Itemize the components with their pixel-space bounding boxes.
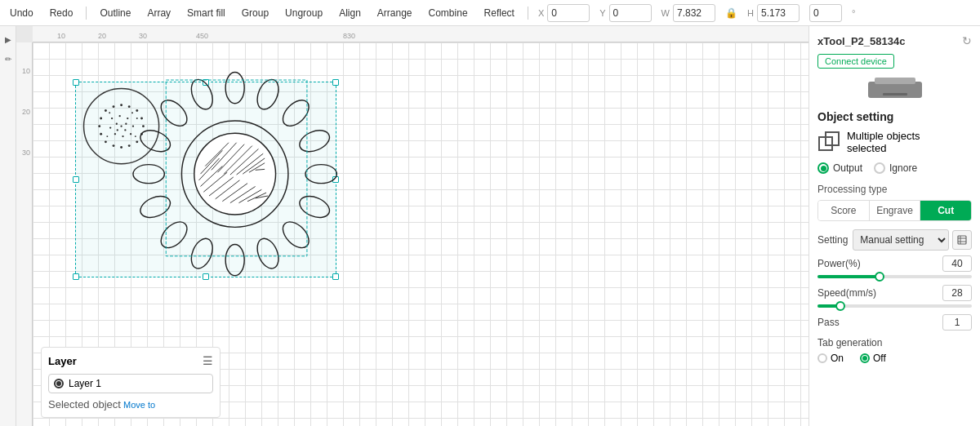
multiple-objects-label: Multiple objects	[847, 130, 920, 142]
handle-bl[interactable]	[73, 273, 79, 280]
tab-generation-options: On Off	[817, 353, 972, 364]
handle-br[interactable]	[332, 273, 339, 280]
layer-radio[interactable]	[54, 379, 64, 388]
right-panel: xTool_P2_58134c ↻ Connect device Object …	[808, 26, 980, 426]
y-label: Y	[599, 8, 605, 18]
divider-1	[86, 7, 87, 20]
pass-row: Pass	[817, 314, 972, 331]
refresh-icon[interactable]: ↻	[962, 34, 972, 47]
ignore-radio[interactable]	[874, 162, 885, 174]
pass-label: Pass	[817, 317, 840, 328]
main-toolbar: Undo Redo Outline Array Smart fill Group…	[0, 0, 980, 26]
speed-value-input[interactable]	[942, 285, 972, 301]
w-coord-group: W	[662, 4, 715, 22]
setting-row: Setting Manual setting	[817, 229, 972, 251]
angle-unit: °	[852, 8, 855, 18]
angle-input[interactable]	[809, 4, 842, 22]
combine-button[interactable]: Combine	[425, 6, 471, 20]
power-slider-row: Power(%)	[817, 255, 972, 278]
speed-slider-track[interactable]	[817, 304, 972, 308]
handle-tl[interactable]	[73, 79, 79, 86]
power-slider-thumb[interactable]	[875, 272, 884, 282]
arrange-button[interactable]: Arrange	[374, 6, 416, 20]
setting-icon-button[interactable]	[952, 230, 972, 250]
outline-button[interactable]: Outline	[96, 6, 134, 20]
tab-off-radio-dot	[862, 356, 867, 361]
engrave-tab[interactable]: Engrave	[870, 201, 921, 220]
move-to-link[interactable]: Move to	[123, 400, 155, 410]
score-tab[interactable]: Score	[818, 201, 870, 220]
align-button[interactable]: Align	[336, 6, 364, 20]
handle-tm[interactable]	[203, 79, 209, 86]
setting-select[interactable]: Manual setting	[853, 229, 949, 251]
device-name: xTool_P2_58134c	[817, 35, 905, 47]
power-label-row: Power(%)	[817, 255, 972, 272]
selected-label: Selected object	[48, 398, 121, 410]
speed-label-row: Speed(mm/s)	[817, 285, 972, 301]
selected-label: selected	[847, 142, 920, 154]
object-setting-header: Multiple objects selected	[817, 130, 972, 154]
cut-tab[interactable]: Cut	[920, 201, 971, 220]
undo-button[interactable]: Undo	[7, 6, 37, 20]
smart-fill-button[interactable]: Smart fill	[184, 6, 229, 20]
w-input[interactable]	[673, 4, 715, 22]
array-button[interactable]: Array	[144, 6, 174, 20]
layer-menu-icon[interactable]: ☰	[203, 354, 213, 367]
ruler-vertical: 10 20 30	[16, 42, 33, 426]
tab-on-option[interactable]: On	[817, 353, 844, 364]
output-ignore-row: Output Ignore	[817, 162, 972, 174]
ignore-option[interactable]: Ignore	[874, 162, 917, 174]
power-slider-track[interactable]	[817, 275, 972, 278]
tab-generation-label: Tab generation	[817, 337, 972, 348]
processing-type-tabs: Score Engrave Cut	[817, 200, 972, 221]
group-button[interactable]: Group	[238, 6, 272, 20]
tab-off-option[interactable]: Off	[860, 353, 886, 364]
tab-generation-section: Tab generation On Off	[817, 337, 972, 364]
divider-2	[528, 7, 528, 20]
speed-slider-row: Speed(mm/s)	[817, 285, 972, 308]
layer-panel-title: Layer	[48, 355, 77, 367]
h-label: H	[747, 8, 754, 18]
selected-object-text: Selected object Move to	[48, 398, 213, 410]
canvas-area[interactable]: 10 20 30 450 830 10 20 30	[16, 26, 808, 426]
layer-panel-header: Layer ☰	[48, 354, 213, 367]
ruler-tick-h3: 30	[139, 32, 147, 40]
output-radio[interactable]	[817, 162, 829, 174]
setting-gear-icon	[957, 235, 967, 245]
speed-slider-thumb[interactable]	[835, 301, 845, 311]
handle-tr[interactable]	[332, 79, 339, 86]
reflect-button[interactable]: Reflect	[481, 6, 518, 20]
svg-rect-76	[875, 78, 915, 84]
ruler-horizontal: 10 20 30 450 830	[33, 26, 808, 42]
power-value-input[interactable]	[942, 255, 972, 272]
layer-panel: Layer ☰ Layer 1 Selected object Move to	[41, 347, 220, 418]
handle-ml[interactable]	[73, 176, 79, 183]
lock-icon[interactable]: 🔒	[725, 7, 737, 19]
tab-on-radio[interactable]	[817, 353, 827, 363]
connect-device-button[interactable]: Connect device	[817, 54, 894, 69]
tab-off-radio[interactable]	[860, 353, 870, 363]
redo-button[interactable]: Redo	[47, 6, 77, 20]
selection-box[interactable]	[75, 82, 336, 277]
h-input[interactable]	[757, 4, 800, 22]
multi-obj-svg	[817, 131, 840, 153]
output-option[interactable]: Output	[817, 162, 862, 174]
object-setting-title: Object setting	[817, 110, 972, 123]
pass-value-input[interactable]	[942, 314, 972, 331]
left-tool-1[interactable]: ▶	[2, 33, 15, 46]
ruler-tick-v1: 10	[22, 67, 30, 75]
output-radio-dot	[821, 166, 826, 171]
w-label: W	[662, 8, 670, 18]
y-input[interactable]	[609, 4, 652, 22]
left-tool-2[interactable]: ✏	[2, 52, 15, 65]
layer-1-item[interactable]: Layer 1	[48, 374, 213, 393]
x-label: X	[538, 8, 544, 18]
speed-label: Speed(mm/s)	[817, 287, 876, 299]
handle-bm[interactable]	[203, 273, 209, 280]
x-input[interactable]	[547, 4, 590, 22]
ungroup-button[interactable]: Ungroup	[282, 6, 326, 20]
svg-rect-77	[883, 93, 907, 95]
ruler-tick-v3: 30	[22, 149, 30, 157]
handle-mr[interactable]	[332, 176, 339, 183]
multiple-objects-icon	[817, 131, 840, 153]
